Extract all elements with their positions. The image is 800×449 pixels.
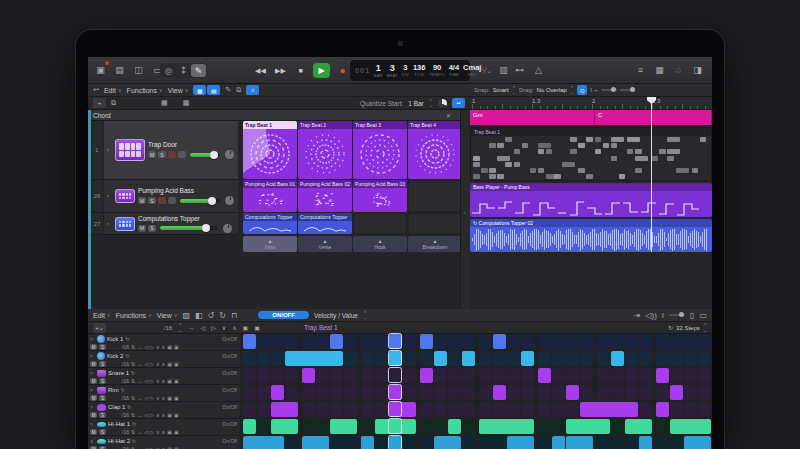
- step-cell[interactable]: [538, 385, 551, 400]
- pattern-length-control[interactable]: ↻ 32 Steps ⌃⌄: [668, 323, 707, 332]
- step-cell[interactable]: [580, 334, 593, 349]
- step-cell[interactable]: [566, 368, 579, 383]
- step-cell[interactable]: [403, 385, 416, 400]
- step-cell-active[interactable]: [625, 419, 652, 434]
- step-cell[interactable]: [552, 351, 565, 366]
- record-button[interactable]: ●: [335, 64, 350, 77]
- loop-cell-computations-topper[interactable]: Computations Topper: [243, 213, 297, 234]
- snap-stepper[interactable]: ⌃⌄: [512, 86, 516, 95]
- loop-cell-empty[interactable]: [408, 213, 462, 234]
- step-cell-active[interactable]: [479, 419, 534, 434]
- loop-cell-empty[interactable]: [353, 213, 407, 234]
- row-solo-button[interactable]: S: [99, 344, 106, 350]
- step-cell[interactable]: [434, 385, 447, 400]
- step-cell[interactable]: [316, 402, 329, 417]
- step-cell[interactable]: [479, 385, 492, 400]
- row-div-stepper[interactable]: ⇅: [131, 344, 135, 350]
- step-cell[interactable]: [316, 419, 329, 434]
- snap-value[interactable]: Smart: [493, 87, 509, 93]
- step-cell[interactable]: [625, 334, 638, 349]
- seq-menu-functions[interactable]: Functions∨: [116, 312, 152, 319]
- detail-view-icon[interactable]: ▩: [183, 99, 190, 107]
- step-cell-active[interactable]: [375, 419, 416, 434]
- step-cell[interactable]: [507, 351, 520, 366]
- step-cell-active[interactable]: [521, 351, 534, 366]
- step-cell[interactable]: [448, 351, 461, 366]
- disclosure-icon[interactable]: >: [104, 213, 112, 234]
- row-paste-icon[interactable]: ▣: [174, 395, 179, 401]
- octave-up-icon[interactable]: ∧: [232, 324, 236, 331]
- disclosure-icon[interactable]: >: [104, 121, 112, 179]
- track-header-trap-door[interactable]: 1>Trap DoorMS: [91, 121, 238, 180]
- row-shift-left-icon[interactable]: ◁: [144, 361, 148, 367]
- step-cell[interactable]: [243, 402, 256, 417]
- step-cell[interactable]: [448, 368, 461, 383]
- step-cell[interactable]: [656, 436, 669, 449]
- scene-trigger-breakdown[interactable]: ▲Breakdown: [408, 236, 462, 252]
- step-cell-active[interactable]: [389, 334, 402, 349]
- step-cell[interactable]: [684, 402, 697, 417]
- step-cell[interactable]: [493, 351, 506, 366]
- row-div-stepper[interactable]: ⇅: [131, 378, 135, 384]
- quantize-stepper[interactable]: ⌃⌄: [429, 99, 433, 108]
- step-cell-active[interactable]: [507, 436, 534, 449]
- step-cell[interactable]: [538, 402, 551, 417]
- row-down-icon[interactable]: ∨: [156, 429, 160, 435]
- step-cell[interactable]: [656, 334, 669, 349]
- region-computations-topper[interactable]: ↻ Computations Topper 02: [470, 219, 712, 252]
- row-up-icon[interactable]: ∧: [162, 412, 166, 418]
- step-cell[interactable]: [538, 334, 551, 349]
- track-header-computations-topper[interactable]: 27>Computations TopperMS: [91, 213, 238, 235]
- row-mute-button[interactable]: M: [90, 429, 97, 435]
- volume-slider[interactable]: [160, 226, 218, 230]
- row-paste-icon[interactable]: ▣: [174, 344, 179, 350]
- step-cell-active[interactable]: [566, 436, 593, 449]
- step-cell-active[interactable]: [389, 385, 402, 400]
- row-down-icon[interactable]: ∨: [156, 395, 160, 401]
- copy-step-icon[interactable]: ▣: [243, 324, 249, 331]
- step-cell[interactable]: [538, 436, 551, 449]
- step-cell[interactable]: [420, 402, 433, 417]
- row-division-value[interactable]: /16: [122, 378, 129, 384]
- step-cell[interactable]: [552, 368, 565, 383]
- row-copy-icon[interactable]: ▣: [167, 378, 172, 384]
- input-monitor-button[interactable]: [168, 197, 176, 204]
- step-cell[interactable]: [302, 334, 315, 349]
- stop-button[interactable]: ■: [293, 64, 308, 77]
- step-cell[interactable]: [361, 368, 374, 383]
- camera-tool-icon[interactable]: ◎: [161, 64, 176, 77]
- step-cell[interactable]: [257, 419, 270, 434]
- step-cell-active[interactable]: [580, 402, 638, 417]
- loops-menu-view[interactable]: View∨: [168, 87, 189, 94]
- browsers-icon[interactable]: ▦: [653, 63, 666, 76]
- step-cell-active[interactable]: [285, 351, 343, 366]
- step-cell[interactable]: [656, 385, 669, 400]
- chord-block-gm[interactable]: Gm: [470, 110, 595, 125]
- scene-trigger-verse[interactable]: ▲Verse: [298, 236, 352, 252]
- row-disclosure-icon[interactable]: >: [90, 387, 95, 393]
- row-disclosure-icon[interactable]: ∨: [90, 438, 95, 444]
- step-cell[interactable]: [670, 334, 683, 349]
- step-cell[interactable]: [625, 385, 638, 400]
- step-cell-active[interactable]: [271, 419, 298, 434]
- row-rotate-icon[interactable]: →: [137, 344, 142, 350]
- step-cell[interactable]: [684, 368, 697, 383]
- row-solo-button[interactable]: S: [99, 395, 106, 401]
- row-paste-icon[interactable]: ▣: [174, 429, 179, 435]
- step-cell[interactable]: [302, 402, 315, 417]
- step-cell-active[interactable]: [611, 351, 624, 366]
- solo-button[interactable]: S: [158, 151, 166, 158]
- step-cell-active[interactable]: [420, 334, 433, 349]
- step-cell[interactable]: [625, 368, 638, 383]
- seq-row-header-rim[interactable]: >Rim↻On/OffMS/16⇅→◁▷∨∧▣▣: [88, 385, 240, 402]
- step-rate-value[interactable]: /16: [164, 325, 172, 331]
- step-cell-active[interactable]: [361, 436, 374, 449]
- pencil-tool-icon[interactable]: ✎: [191, 64, 206, 77]
- mute-button[interactable]: M: [138, 225, 146, 232]
- step-cell[interactable]: [257, 351, 270, 366]
- row-disclosure-icon[interactable]: >: [90, 336, 95, 342]
- row-rotate-icon[interactable]: →: [137, 395, 142, 401]
- step-cell[interactable]: [271, 334, 284, 349]
- lcd-display[interactable]: 001 1BAR 3BEAT 3DIV 136TICK 90TEMPO 4/4T…: [350, 60, 470, 81]
- step-cell[interactable]: [361, 351, 374, 366]
